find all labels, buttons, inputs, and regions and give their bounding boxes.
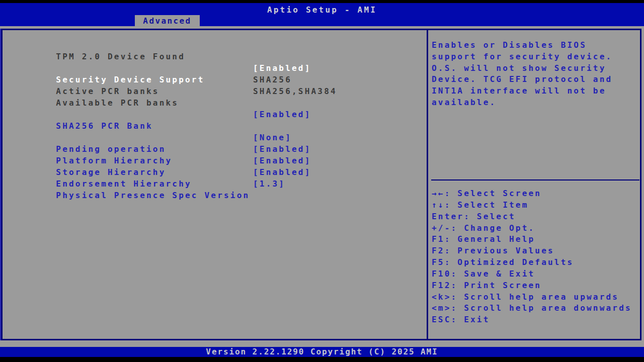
key-hint-f1-general-help: F1: General Help: [432, 234, 642, 245]
setting-value[interactable]: [None]: [253, 132, 292, 143]
row-storage-hierarchy[interactable]: Storage Hierarchy [Enabled]: [30, 155, 413, 166]
left-edge-stripe: [0, 29, 1, 340]
key-hint-select-screen: →←: Select Screen: [432, 188, 642, 200]
screen-bottom-edge: [0, 357, 644, 362]
key-hint-change-opt: +/-: Change Opt.: [432, 223, 642, 234]
key-hint-f5-optimized-defaults: F5: Optimized Defaults: [432, 257, 642, 268]
key-hint-enter-select: Enter: Select: [432, 211, 642, 223]
settings-list: TPM 2.0 Device Found Security Device Sup…: [30, 39, 413, 190]
row-active-pcr-banks: Active PCR banks SHA256: [30, 74, 413, 85]
key-hint-k-scroll-up: <k>: Scroll help area upwards: [432, 292, 642, 303]
row-sha256-pcr-bank[interactable]: SHA256 PCR Bank [Enabled]: [30, 109, 413, 120]
key-hint-f2-previous-values: F2: Previous Values: [432, 245, 642, 257]
row-security-device-support[interactable]: Security Device Support [Enabled]: [30, 62, 413, 74]
row-pending-operation[interactable]: Pending operation [None]: [30, 132, 413, 143]
version-text: Version 2.22.1290 Copyright (C) 2025 AMI: [0, 347, 644, 357]
help-divider: [431, 179, 639, 180]
row-tpm-device-found: TPM 2.0 Device Found: [30, 39, 413, 51]
tab-advanced[interactable]: Advanced: [135, 15, 200, 26]
setting-value[interactable]: [Enabled]: [253, 109, 311, 120]
setting-label: Available PCR banks: [56, 98, 179, 108]
row-platform-hierarchy[interactable]: Platform Hierarchy [Enabled]: [30, 143, 413, 155]
key-hint-m-scroll-down: <m>: Scroll help area downwards: [432, 303, 642, 314]
page-title: Aptio Setup - AMI: [0, 5, 644, 15]
key-hint-select-item: ↑↓: Select Item: [432, 200, 642, 211]
key-legend: →←: Select Screen ↑↓: Select Item Enter:…: [432, 188, 642, 326]
setting-value[interactable]: [Enabled]: [253, 143, 311, 155]
setting-value: SHA256,SHA384: [253, 85, 337, 97]
panel-divider: [427, 29, 428, 340]
key-hint-f12-print-screen: F12: Print Screen: [432, 280, 642, 292]
setting-value[interactable]: [Enabled]: [253, 155, 311, 166]
key-hint-f10-save-exit: F10: Save & Exit: [432, 268, 642, 280]
row-endorsement-hierarchy[interactable]: Endorsement Hierarchy [Enabled]: [30, 166, 413, 178]
row-physical-presence-spec-version[interactable]: Physical Presence Spec Version [1.3]: [30, 178, 413, 190]
key-hint-esc-exit: ESC: Exit: [432, 314, 642, 326]
setting-value[interactable]: [Enabled]: [253, 166, 311, 178]
help-description: Enables or Disables BIOS support for sec…: [432, 40, 640, 109]
setting-value: SHA256: [253, 74, 292, 85]
setting-value[interactable]: [Enabled]: [253, 62, 311, 74]
setting-label: SHA256 PCR Bank: [56, 121, 153, 131]
setting-label: Physical Presence Spec Version: [56, 191, 250, 200]
setting-label: TPM 2.0 Device Found: [56, 52, 185, 61]
row-available-pcr-banks: Available PCR banks SHA256,SHA384: [30, 85, 413, 97]
setting-value[interactable]: [1.3]: [253, 178, 285, 190]
